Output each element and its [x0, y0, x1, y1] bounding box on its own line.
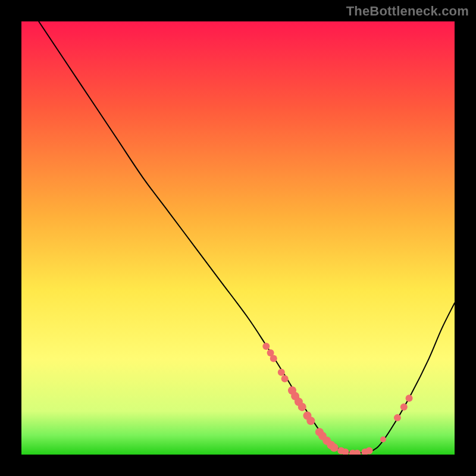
watermark-label: TheBottleneck.com [346, 4, 469, 19]
data-marker [298, 403, 306, 411]
chart-container: TheBottleneck.com [0, 0, 476, 476]
data-marker [366, 447, 373, 454]
data-marker [400, 403, 408, 411]
data-marker [306, 416, 315, 425]
background-gradient [21, 21, 455, 455]
data-marker [380, 437, 386, 443]
chart-svg [21, 21, 455, 455]
data-marker [270, 355, 277, 362]
data-marker [394, 414, 401, 421]
data-marker [330, 443, 339, 452]
data-marker [281, 375, 289, 383]
data-marker [278, 369, 285, 376]
data-marker [262, 343, 270, 350]
data-marker [406, 394, 413, 402]
plot-area [21, 21, 455, 455]
